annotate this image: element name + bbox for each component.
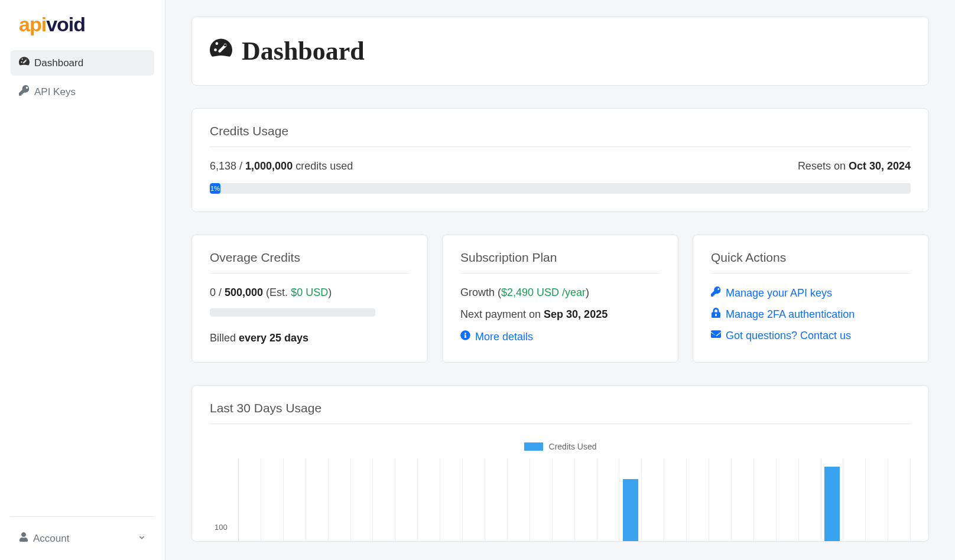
more-details-label: More details — [475, 331, 533, 343]
bar-slot — [619, 458, 642, 541]
bar-slot — [530, 458, 553, 541]
bar-slot — [440, 458, 463, 541]
sidebar-footer: Account — [11, 516, 154, 549]
bar-slot — [642, 458, 664, 541]
bar-slot — [754, 458, 777, 541]
mail-icon — [711, 329, 721, 342]
quick-link-label: Manage 2FA authentication — [726, 308, 855, 321]
quick-link-contact[interactable]: Got questions? Contact us — [711, 329, 911, 342]
nav: Dashboard API Keys — [11, 50, 154, 512]
logo-part1: api — [19, 13, 46, 36]
overage-heading: Overage Credits — [210, 250, 410, 274]
credits-used-text: 6,138 / 1,000,000 credits used — [210, 160, 353, 172]
legend-label: Credits Used — [549, 442, 597, 451]
bar-slot — [777, 458, 799, 541]
user-icon — [19, 532, 28, 545]
chart-bar — [623, 479, 638, 541]
bar-slot — [709, 458, 732, 541]
usage-chart-card: Last 30 Days Usage Credits Used 100 — [191, 385, 929, 542]
bar-slot — [373, 458, 395, 541]
y-tick-label: 100 — [215, 523, 228, 532]
logo-part2: void — [46, 13, 85, 36]
bar-slot — [553, 458, 575, 541]
page-title: Dashboard — [210, 36, 911, 66]
bar-slot — [239, 458, 261, 541]
sidebar-item-label: Dashboard — [34, 57, 83, 69]
lock-icon — [711, 308, 721, 321]
bar-slot — [351, 458, 373, 541]
chart-bar — [824, 467, 840, 541]
sidebar-item-dashboard[interactable]: Dashboard — [11, 50, 154, 76]
plan-card: Subscription Plan Growth ($2,490 USD /ye… — [442, 235, 678, 363]
bar-slot — [485, 458, 508, 541]
sidebar: apivoid Dashboard API Keys Account — [0, 0, 165, 560]
quick-link-2fa[interactable]: Manage 2FA authentication — [711, 308, 911, 321]
cards-row: Overage Credits 0 / 500,000 (Est. $0 USD… — [191, 235, 929, 363]
plan-heading: Subscription Plan — [460, 250, 660, 274]
plan-name: Growth ($2,490 USD /year) — [460, 286, 660, 299]
quick-link-api-keys[interactable]: Manage your API keys — [711, 286, 911, 299]
bar-slot — [575, 458, 597, 541]
bar-slot — [888, 458, 911, 541]
main-content: Dashboard Credits Usage 6,138 / 1,000,00… — [165, 0, 955, 560]
bar-slot — [463, 458, 485, 541]
bar-slot — [843, 458, 866, 541]
key-icon — [19, 85, 30, 99]
chart-body: 100 — [210, 458, 911, 541]
more-details-link[interactable]: More details — [460, 330, 660, 343]
credits-row: 6,138 / 1,000,000 credits used Resets on… — [210, 160, 911, 172]
quick-heading: Quick Actions — [711, 250, 911, 274]
bar-slot — [732, 458, 754, 541]
chart-bars — [238, 458, 911, 541]
bar-slot — [418, 458, 440, 541]
overage-progress — [210, 308, 375, 317]
overage-billed: Billed every 25 days — [210, 332, 410, 344]
overage-text: 0 / 500,000 (Est. $0 USD) — [210, 286, 410, 299]
quick-link-label: Got questions? Contact us — [726, 330, 851, 342]
dashboard-icon — [19, 56, 30, 70]
title-card: Dashboard — [191, 17, 929, 86]
credits-heading: Credits Usage — [210, 124, 911, 147]
info-icon — [460, 330, 470, 343]
bar-slot — [799, 458, 821, 541]
account-label: Account — [33, 533, 69, 545]
logo[interactable]: apivoid — [11, 11, 154, 48]
credits-card: Credits Usage 6,138 / 1,000,000 credits … — [191, 108, 929, 212]
page-title-text: Dashboard — [242, 36, 365, 66]
bar-slot — [597, 458, 620, 541]
sidebar-item-api-keys[interactable]: API Keys — [11, 79, 154, 105]
key-icon — [711, 286, 721, 299]
bar-slot — [821, 458, 844, 541]
sidebar-item-label: API Keys — [34, 86, 76, 98]
bar-slot — [395, 458, 418, 541]
credits-progress-fill: 1% — [210, 183, 220, 194]
usage-chart-heading: Last 30 Days Usage — [210, 401, 911, 424]
dashboard-icon — [210, 36, 232, 66]
bar-slot — [866, 458, 888, 541]
chevron-down-icon — [138, 533, 146, 545]
quick-link-label: Manage your API keys — [726, 287, 832, 299]
bar-slot — [284, 458, 306, 541]
bar-slot — [329, 458, 351, 541]
bar-slot — [508, 458, 530, 541]
quick-actions-card: Quick Actions Manage your API keys Manag… — [693, 235, 929, 363]
account-menu[interactable]: Account — [11, 528, 154, 549]
bar-slot — [687, 458, 709, 541]
overage-card: Overage Credits 0 / 500,000 (Est. $0 USD… — [191, 235, 428, 363]
bar-slot — [306, 458, 329, 541]
plan-next-payment: Next payment on Sep 30, 2025 — [460, 308, 660, 321]
bar-slot — [261, 458, 284, 541]
legend-swatch — [524, 442, 543, 451]
credits-progress: 1% — [210, 183, 911, 194]
credits-reset-text: Resets on Oct 30, 2024 — [798, 160, 911, 172]
chart-legend: Credits Used — [210, 437, 911, 458]
bar-slot — [664, 458, 687, 541]
